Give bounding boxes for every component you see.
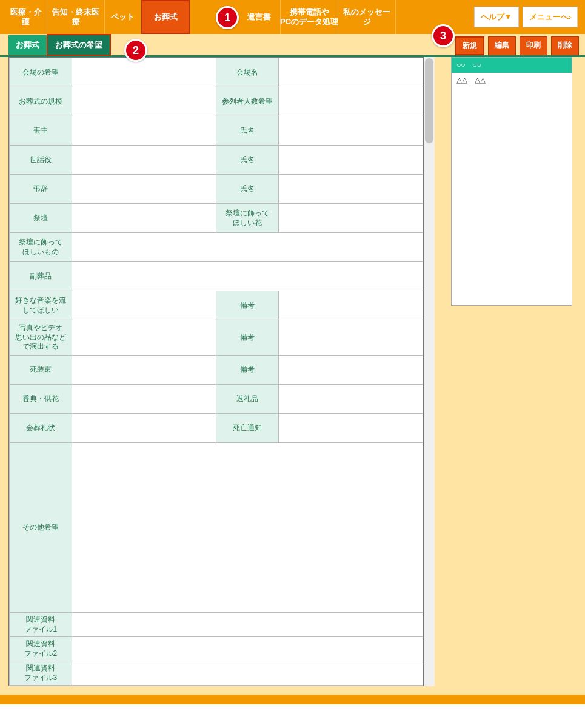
- bottom-pad: [0, 686, 585, 695]
- input-photo-video[interactable]: [72, 320, 216, 356]
- label-eulogy-name: 氏名: [216, 175, 278, 204]
- subtab-bar: お葬式 お葬式の希望 2 新規 編集 印刷 削除: [0, 34, 585, 57]
- input-burial-items[interactable]: [72, 262, 423, 291]
- callout-2: 2: [124, 39, 147, 62]
- label-burial-clothes-note: 備考: [216, 356, 278, 385]
- input-death-notice[interactable]: [278, 414, 423, 443]
- nav-will[interactable]: 遺言書: [238, 0, 281, 34]
- label-other-wishes: その他希望: [10, 443, 72, 613]
- input-eulogy-name[interactable]: [278, 175, 423, 204]
- new-button[interactable]: 新規: [455, 36, 484, 55]
- nav-medical[interactable]: 医療・介護: [5, 0, 47, 34]
- nav-phone-data[interactable]: 携帯電話や PCのデータ処理: [281, 0, 338, 34]
- input-return-gift[interactable]: [278, 385, 423, 414]
- input-file3[interactable]: [72, 661, 423, 686]
- input-other-wishes[interactable]: [72, 443, 423, 613]
- label-thank-card: 会葬礼状: [10, 414, 72, 443]
- label-death-notice: 死亡通知: [216, 414, 278, 443]
- label-organizer-name: 氏名: [216, 146, 278, 175]
- side-list-panel: ○○ ○○ △△ △△: [451, 57, 572, 306]
- help-button[interactable]: ヘルプ▼: [474, 7, 519, 27]
- input-venue-wish[interactable]: [72, 58, 216, 87]
- label-file1: 関連資料 ファイル1: [10, 613, 72, 637]
- edit-button[interactable]: 編集: [488, 36, 516, 55]
- menu-button[interactable]: メニューへ›: [523, 7, 578, 27]
- input-photo-video-note[interactable]: [278, 320, 423, 356]
- label-file3: 関連資料 ファイル3: [10, 661, 72, 686]
- input-music-note[interactable]: [278, 291, 423, 320]
- input-attendee-count[interactable]: [278, 87, 423, 116]
- side-list-header[interactable]: ○○ ○○: [452, 58, 572, 73]
- label-eulogy: 弔辞: [10, 175, 72, 204]
- label-photo-video: 写真やビデオ 思い出の品など で演出する: [10, 320, 72, 356]
- input-altar[interactable]: [72, 204, 216, 233]
- nav-my-message[interactable]: 私のメッセージ: [338, 0, 396, 34]
- input-chief-mourner-name[interactable]: [278, 116, 423, 146]
- input-organizer[interactable]: [72, 146, 216, 175]
- label-condolence: 香典・供花: [10, 385, 72, 414]
- top-navbar: 医療・介護 告知・終末医療 ペット お葬式 遺言書 携帯電話や PCのデータ処理…: [0, 0, 585, 34]
- content-area: 会場の希望会場名 お葬式の規模参列者人数希望 喪主氏名 世話役氏名 弔辞氏名 祭…: [0, 57, 585, 686]
- input-file1[interactable]: [72, 613, 423, 637]
- delete-button[interactable]: 削除: [551, 36, 579, 55]
- callout-1: 1: [216, 6, 239, 29]
- input-chief-mourner[interactable]: [72, 116, 216, 146]
- scrollbar[interactable]: [424, 57, 435, 686]
- label-file2: 関連資料 ファイル2: [10, 637, 72, 661]
- input-funeral-scale[interactable]: [72, 87, 216, 116]
- label-altar-items: 祭壇に飾って ほしいもの: [10, 233, 72, 262]
- input-thank-card[interactable]: [72, 414, 216, 443]
- input-eulogy[interactable]: [72, 175, 216, 204]
- form-panel: 会場の希望会場名 お葬式の規模参列者人数希望 喪主氏名 世話役氏名 弔辞氏名 祭…: [8, 57, 424, 686]
- label-return-gift: 返礼品: [216, 385, 278, 414]
- input-condolence[interactable]: [72, 385, 216, 414]
- scroll-thumb[interactable]: [425, 58, 433, 143]
- label-altar-flowers: 祭壇に飾って ほしい花: [216, 204, 278, 233]
- label-altar: 祭壇: [10, 204, 72, 233]
- label-organizer: 世話役: [10, 146, 72, 175]
- nav-funeral[interactable]: お葬式: [141, 0, 190, 34]
- input-music[interactable]: [72, 291, 216, 320]
- input-organizer-name[interactable]: [278, 146, 423, 175]
- input-burial-clothes-note[interactable]: [278, 356, 423, 385]
- label-music-note: 備考: [216, 291, 278, 320]
- input-altar-items[interactable]: [72, 233, 423, 262]
- input-venue-name[interactable]: [278, 58, 423, 87]
- subtab-funeral[interactable]: お葬式: [8, 35, 47, 55]
- action-buttons: 新規 編集 印刷 削除: [455, 36, 579, 55]
- input-file2[interactable]: [72, 637, 423, 661]
- input-burial-clothes[interactable]: [72, 356, 216, 385]
- label-chief-mourner: 喪主: [10, 116, 72, 146]
- callout-3: 3: [432, 24, 455, 47]
- label-venue-wish: 会場の希望: [10, 58, 72, 87]
- print-button[interactable]: 印刷: [520, 36, 547, 55]
- nav-notice[interactable]: 告知・終末医療: [47, 0, 105, 34]
- input-altar-flowers[interactable]: [278, 204, 423, 233]
- label-chief-mourner-name: 氏名: [216, 116, 278, 146]
- side-list-item[interactable]: △△ △△: [452, 73, 572, 88]
- label-music: 好きな音楽を流 してほしい: [10, 291, 72, 320]
- label-burial-clothes: 死装束: [10, 356, 72, 385]
- subtab-funeral-wishes[interactable]: お葬式の希望: [47, 34, 111, 56]
- form-table: 会場の希望会場名 お葬式の規模参列者人数希望 喪主氏名 世話役氏名 弔辞氏名 祭…: [9, 58, 423, 686]
- label-burial-items: 副葬品: [10, 262, 72, 291]
- nav-pet[interactable]: ペット: [105, 0, 141, 34]
- bottom-bar-orange: [0, 695, 585, 704]
- label-attendee-count: 参列者人数希望: [216, 87, 278, 116]
- label-venue-name: 会場名: [216, 58, 278, 87]
- label-funeral-scale: お葬式の規模: [10, 87, 72, 116]
- label-photo-video-note: 備考: [216, 320, 278, 356]
